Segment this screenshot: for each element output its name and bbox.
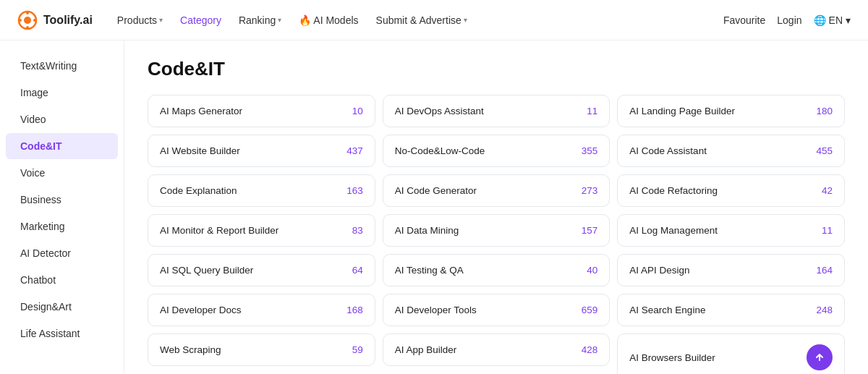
sidebar-item-image[interactable]: Image: [6, 80, 118, 106]
sidebar-item-video[interactable]: Video: [6, 106, 118, 132]
logo-icon: [17, 10, 38, 30]
header-left: Toolify.ai Products ▾ Category Ranking ▾…: [17, 10, 475, 30]
page-title: Code&IT: [148, 58, 845, 80]
nav-ai-models[interactable]: 🔥 AI Models: [292, 10, 365, 30]
category-card-ai-data-mining[interactable]: AI Data Mining 157: [383, 214, 610, 247]
category-card-ai-api-design[interactable]: AI API Design 164: [617, 254, 845, 286]
category-card-no-code-low-code[interactable]: No-Code&Low-Code 355: [383, 135, 610, 167]
grid-col-1: AI Maps Generator 10 AI Website Builder …: [148, 95, 375, 374]
category-card-ai-monitor-report-builder[interactable]: AI Monitor & Report Builder 83: [148, 214, 375, 247]
category-card-ai-search-engine[interactable]: AI Search Engine 248: [617, 294, 845, 326]
category-card-ai-sql-query-builder[interactable]: AI SQL Query Builder 64: [148, 254, 375, 286]
flame-icon: 🔥: [299, 14, 311, 26]
category-card-ai-log-management[interactable]: AI Log Management 11: [617, 214, 845, 247]
category-grid: AI Maps Generator 10 AI Website Builder …: [148, 95, 845, 374]
category-card-ai-website-builder[interactable]: AI Website Builder 437: [148, 135, 375, 167]
category-card-ai-code-generator[interactable]: AI Code Generator 273: [383, 174, 610, 207]
category-card-ai-developer-docs[interactable]: AI Developer Docs 168: [148, 294, 375, 326]
scroll-to-top-button[interactable]: [807, 344, 833, 370]
svg-point-3: [26, 26, 29, 29]
chevron-down-icon: ▾: [278, 16, 281, 24]
nav-submit[interactable]: Submit & Advertise ▾: [369, 10, 475, 30]
sidebar-item-life-assistant[interactable]: Life Assistant: [6, 320, 118, 347]
logo-text: Toolify.ai: [43, 14, 93, 27]
language-selector[interactable]: 🌐 EN ▾: [814, 14, 851, 26]
category-card-ai-code-assistant[interactable]: AI Code Assistant 455: [617, 135, 845, 167]
sidebar-item-chatbot[interactable]: Chatbot: [6, 267, 118, 293]
main-content: Code&IT AI Maps Generator 10 AI Website …: [124, 41, 868, 374]
category-card-code-explanation[interactable]: Code Explanation 163: [148, 174, 375, 207]
sidebar-item-design-art[interactable]: Design&Art: [6, 294, 118, 320]
category-card-ai-app-builder[interactable]: AI App Builder 428: [383, 333, 610, 366]
category-card-ai-maps-generator[interactable]: AI Maps Generator 10: [148, 95, 375, 127]
category-card-ai-landing-page-builder[interactable]: AI Landing Page Builder 180: [617, 95, 845, 127]
category-card-ai-devops-assistant[interactable]: AI DevOps Assistant 11: [383, 95, 610, 127]
grid-col-2: AI DevOps Assistant 11 No-Code&Low-Code …: [383, 95, 610, 374]
svg-point-1: [24, 17, 31, 24]
header: Toolify.ai Products ▾ Category Ranking ▾…: [0, 0, 868, 41]
sidebar-item-marketing[interactable]: Marketing: [6, 213, 118, 239]
sidebar-item-code-it[interactable]: Code&IT: [6, 133, 118, 159]
nav-category[interactable]: Category: [173, 10, 229, 30]
sidebar: Text&Writing Image Video Code&IT Voice B…: [0, 41, 124, 374]
favourite-button[interactable]: Favourite: [723, 14, 765, 26]
globe-icon: 🌐: [814, 14, 826, 26]
chevron-down-icon: ▾: [159, 16, 163, 24]
sidebar-item-business[interactable]: Business: [6, 187, 118, 213]
category-card-ai-testing-qa[interactable]: AI Testing & QA 40: [383, 254, 610, 286]
login-button[interactable]: Login: [777, 14, 801, 26]
category-card-ai-browsers-builder[interactable]: AI Browsers Builder: [617, 333, 845, 374]
main-nav: Products ▾ Category Ranking ▾ 🔥 AI Model…: [110, 10, 475, 30]
svg-point-2: [26, 12, 29, 14]
page-layout: Text&Writing Image Video Code&IT Voice B…: [0, 41, 868, 374]
sidebar-item-voice[interactable]: Voice: [6, 160, 118, 186]
grid-col-3: AI Landing Page Builder 180 AI Code Assi…: [617, 95, 845, 374]
chevron-down-icon: ▾: [846, 14, 851, 26]
logo[interactable]: Toolify.ai: [17, 10, 93, 30]
chevron-down-icon: ▾: [464, 16, 467, 24]
nav-products[interactable]: Products ▾: [110, 10, 170, 30]
arrow-up-icon: [814, 352, 825, 363]
category-card-ai-developer-tools[interactable]: AI Developer Tools 659: [383, 294, 610, 326]
category-card-ai-code-refactoring[interactable]: AI Code Refactoring 42: [617, 174, 845, 207]
svg-point-5: [33, 19, 36, 22]
header-right: Favourite Login 🌐 EN ▾: [723, 14, 851, 26]
category-card-web-scraping[interactable]: Web Scraping 59: [148, 333, 375, 366]
nav-ranking[interactable]: Ranking ▾: [231, 10, 289, 30]
sidebar-item-ai-detector[interactable]: AI Detector: [6, 240, 118, 266]
svg-point-4: [19, 19, 22, 22]
sidebar-item-text-writing[interactable]: Text&Writing: [6, 53, 118, 79]
